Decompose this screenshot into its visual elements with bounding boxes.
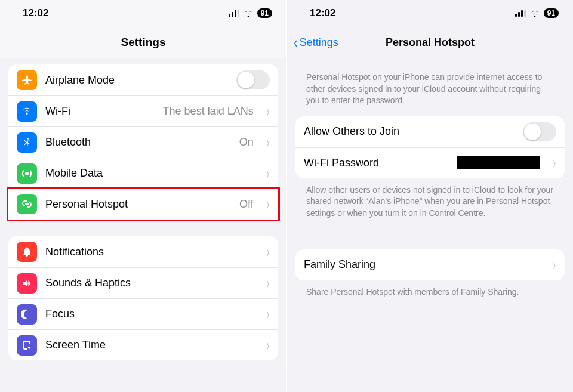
focus-icon [17, 304, 37, 325]
cellular-icon [17, 163, 37, 184]
airplane-icon [17, 70, 37, 90]
row-label: Screen Time [45, 339, 254, 351]
battery-icon: 91 [544, 8, 559, 18]
nav-bar: Settings [0, 26, 286, 58]
settings-group-connectivity: Airplane Mode Wi-Fi The best laid LANs ›… [8, 64, 278, 221]
row-label: Mobile Data [45, 167, 254, 180]
chevron-right-icon: › [266, 194, 269, 214]
row-label: Focus [45, 308, 254, 320]
wifi-icon [17, 101, 37, 122]
status-time: 12:02 [23, 7, 48, 19]
status-icons: 91 [515, 8, 559, 18]
page-title: Settings [121, 36, 166, 49]
nav-bar: ‹ Settings Personal Hotspot [287, 26, 573, 58]
hotspot-icon [17, 194, 37, 214]
row-label: Wi-Fi Password [304, 157, 448, 169]
status-icons: 91 [229, 8, 272, 18]
row-family-sharing[interactable]: Family Sharing › [295, 249, 565, 280]
status-time: 12:02 [310, 7, 335, 19]
row-label: Wi-Fi [45, 105, 155, 118]
chevron-right-icon: › [266, 163, 269, 184]
row-screen-time[interactable]: Screen Time › [8, 329, 278, 360]
settings-group-alerts: Notifications › Sounds & Haptics › Focus… [8, 236, 278, 360]
row-sounds-haptics[interactable]: Sounds & Haptics › [8, 267, 278, 298]
cellular-signal-icon [229, 10, 239, 17]
highlight-box: Personal Hotspot Off › [7, 187, 280, 221]
password-redacted [457, 156, 540, 169]
wifi-status-icon [529, 10, 540, 17]
row-airplane-mode[interactable]: Airplane Mode [8, 64, 278, 95]
row-label: Allow Others to Join [304, 125, 515, 138]
chevron-right-icon: › [553, 255, 555, 275]
allow-others-toggle[interactable] [523, 122, 556, 141]
notifications-icon [17, 242, 37, 262]
family-footnote: Share Personal Hotspot with members of F… [295, 286, 565, 298]
hotspot-group: Allow Others to Join Wi-Fi Password › [295, 116, 565, 178]
row-mobile-data[interactable]: Mobile Data › [8, 158, 278, 189]
bluetooth-icon [17, 132, 37, 153]
family-group: Family Sharing › [295, 249, 565, 280]
status-bar: 12:02 91 [0, 0, 286, 26]
battery-icon: 91 [257, 8, 272, 18]
row-personal-hotspot[interactable]: Personal Hotspot Off › [8, 189, 278, 220]
chevron-right-icon: › [266, 304, 269, 325]
row-wifi-password[interactable]: Wi-Fi Password › [295, 147, 565, 178]
back-button[interactable]: ‹ Settings [293, 26, 338, 58]
chevron-right-icon: › [266, 273, 269, 294]
row-bluetooth[interactable]: Bluetooth On › [8, 126, 278, 158]
row-notifications[interactable]: Notifications › [8, 236, 278, 267]
row-value: The best laid LANs [163, 105, 254, 118]
airplane-toggle[interactable] [236, 70, 270, 89]
chevron-right-icon: › [266, 132, 269, 153]
allow-footnote: Allow other users or devices not signed … [295, 184, 565, 220]
settings-screen: 12:02 91 Settings Airplane Mode [0, 0, 286, 392]
row-value: On [239, 136, 254, 149]
row-label: Notifications [45, 246, 254, 258]
personal-hotspot-screen: 12:02 91 ‹ Settings Personal Hotspot Per… [286, 0, 573, 392]
intro-text: Personal Hotspot on your iPhone can prov… [295, 72, 565, 107]
row-label: Personal Hotspot [45, 198, 231, 211]
wifi-status-icon [243, 10, 254, 17]
row-label: Bluetooth [45, 136, 231, 149]
row-label: Airplane Mode [45, 74, 228, 87]
status-bar: 12:02 91 [287, 0, 573, 26]
row-value: Off [239, 198, 254, 211]
row-focus[interactable]: Focus › [8, 298, 278, 329]
chevron-left-icon: ‹ [294, 35, 297, 50]
row-wifi[interactable]: Wi-Fi The best laid LANs › [8, 95, 278, 126]
chevron-right-icon: › [266, 335, 269, 356]
row-allow-others[interactable]: Allow Others to Join [295, 116, 565, 147]
cellular-signal-icon [515, 10, 526, 17]
row-label: Family Sharing [304, 258, 540, 271]
sounds-icon [17, 273, 37, 294]
chevron-right-icon: › [553, 153, 555, 173]
back-label: Settings [300, 36, 338, 49]
row-label: Sounds & Haptics [45, 277, 254, 289]
chevron-right-icon: › [266, 101, 269, 122]
chevron-right-icon: › [266, 242, 269, 262]
screentime-icon [17, 335, 37, 356]
